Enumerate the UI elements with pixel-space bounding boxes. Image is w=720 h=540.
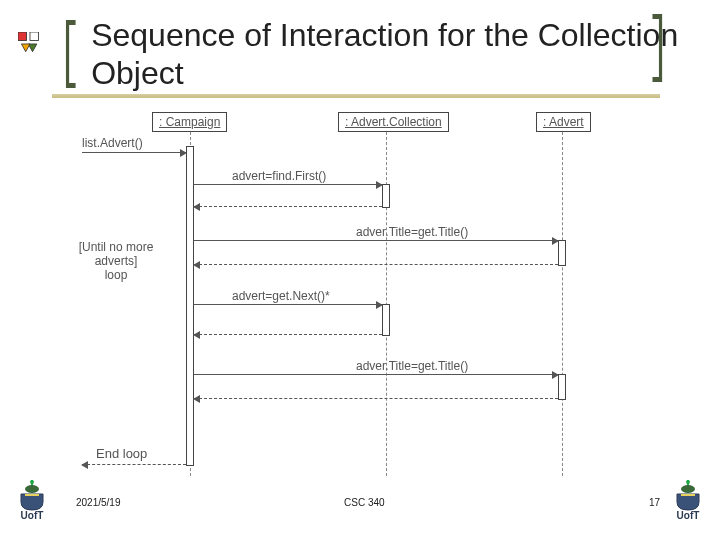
msg-label-get-title-2: adver.Title=get.Title() (356, 359, 468, 373)
end-loop-return (82, 464, 186, 465)
crest-label-left: UofT (21, 510, 44, 521)
svg-point-6 (681, 485, 695, 493)
loop-label: [Until no more adverts] loop (66, 240, 166, 282)
crest-icon (671, 478, 705, 512)
slide-title: Sequence of Interaction for the Collecti… (91, 16, 680, 92)
bracket-left-icon: [ (59, 18, 81, 90)
loop-label-line1: [Until no more (79, 240, 154, 254)
lifeline-head-advert-collection: : Advert.Collection (338, 112, 449, 132)
sequence-diagram: : Campaign : Advert.Collection : Advert … (86, 106, 678, 486)
crest-label-right: UofT (677, 510, 700, 521)
return-get-title-2 (194, 398, 558, 399)
slide-header: [ Sequence of Interaction for the Collec… (18, 12, 680, 92)
loop-label-line3: loop (105, 268, 128, 282)
return-find-first (194, 206, 382, 207)
activation-collection-1 (382, 184, 390, 208)
activation-campaign-main (186, 146, 194, 466)
slide-footer: UofT UofT 2021/5/19 CSC 340 17 (0, 474, 720, 534)
svg-point-2 (30, 480, 34, 484)
msg-label-find-first: advert=find.First() (232, 169, 326, 183)
uoft-crest-right: UofT (668, 478, 708, 528)
footer-course: CSC 340 (344, 497, 385, 508)
activation-collection-2 (382, 304, 390, 336)
msg-get-title-1 (194, 240, 558, 241)
msg-label-get-next: advert=get.Next()* (232, 289, 330, 303)
loop-label-line2: adverts] (95, 254, 138, 268)
svg-rect-1 (30, 32, 39, 41)
msg-label-get-title-1: adver.Title=get.Title() (356, 225, 468, 239)
return-get-next (194, 334, 382, 335)
corner-icon (18, 32, 42, 60)
title-underline (52, 94, 660, 98)
msg-get-next (194, 304, 382, 305)
msg-get-title-2 (194, 374, 558, 375)
bracket-right-icon: ] (648, 12, 670, 84)
svg-point-5 (686, 480, 690, 484)
svg-rect-4 (25, 494, 39, 496)
msg-label-list-advert: list.Advert() (82, 136, 143, 150)
lifeline-head-campaign: : Campaign (152, 112, 227, 132)
footer-date: 2021/5/19 (76, 497, 121, 508)
uoft-crest-left: UofT (12, 478, 52, 528)
lifeline-head-advert: : Advert (536, 112, 591, 132)
return-get-title-1 (194, 264, 558, 265)
svg-rect-7 (681, 494, 695, 496)
footer-page: 17 (649, 497, 660, 508)
msg-list-advert (82, 152, 186, 153)
activation-advert-1 (558, 240, 566, 266)
msg-find-first (194, 184, 382, 185)
svg-rect-0 (18, 32, 27, 41)
svg-point-3 (25, 485, 39, 493)
lifeline-advert (562, 132, 563, 476)
end-loop-label: End loop (96, 446, 147, 461)
activation-advert-2 (558, 374, 566, 400)
crest-icon (15, 478, 49, 512)
